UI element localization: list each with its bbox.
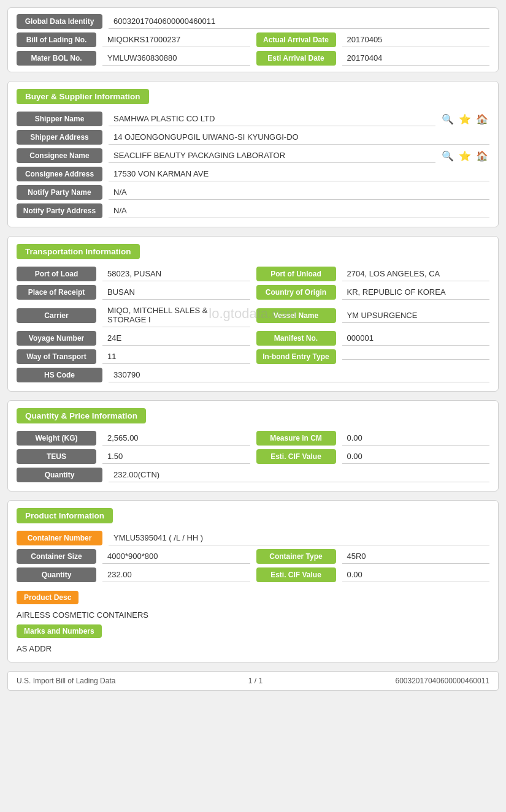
container-number-value: YMLU5395041 ( /L / HH ) <box>109 531 489 545</box>
way-transport-label: Way of Transport <box>17 349 96 364</box>
shipper-name-row: Shipper Name SAMHWA PLASTIC CO LTD 🔍 ⭐ 🏠 <box>17 112 489 126</box>
voyage-label: Voyage Number <box>17 331 96 346</box>
global-id-label: Global Data Identity <box>17 14 102 29</box>
way-transport-field: Way of Transport 11 <box>17 349 250 364</box>
shipper-star-icon[interactable]: ⭐ <box>458 112 472 126</box>
quantity-price-section: Quantity & Price Information Weight (KG)… <box>7 400 499 491</box>
container-number-row: Container Number YMLU5395041 ( /L / HH ) <box>17 531 489 545</box>
quantity-row: Quantity 232.00(CTN) <box>17 468 489 482</box>
product-desc-block: Product Desc AIRLESS COSMETIC CONTAINERS <box>17 586 489 620</box>
global-id-value: 60032017040600000460011 <box>109 14 489 29</box>
marks-numbers-label: Marks and Numbers <box>17 624 102 638</box>
product-desc-value: AIRLESS COSMETIC CONTAINERS <box>17 607 489 620</box>
measure-label: Measure in CM <box>256 431 336 446</box>
shipper-icons: 🔍 ⭐ 🏠 <box>440 112 489 126</box>
consignee-star-icon[interactable]: ⭐ <box>458 148 472 163</box>
hs-code-value: 330790 <box>109 368 489 382</box>
esti-cif-label: Esti. CIF Value <box>256 449 336 464</box>
esti-arrival-label: Esti Arrival Date <box>256 51 336 66</box>
shipper-name-value: SAMHWA PLASTIC CO LTD <box>109 112 435 126</box>
mater-bol-label: Mater BOL No. <box>17 51 96 66</box>
voyage-value: 24E <box>102 331 250 346</box>
hs-code-row: HS Code 330790 <box>17 368 489 382</box>
teus-value: 1.50 <box>102 449 250 464</box>
carrier-value: MIQO, MITCHELL SALES & STORAGE I <box>102 303 250 327</box>
hs-code-label: HS Code <box>17 368 102 382</box>
bol-field: Bill of Lading No. MIQOKRS17000237 <box>17 32 250 47</box>
country-origin-label: Country of Origin <box>256 285 336 300</box>
vessel-field: Vessel Name YM UPSURGENCE <box>256 303 490 327</box>
weight-field: Weight (KG) 2,565.00 <box>17 431 250 446</box>
consignee-icons: 🔍 ⭐ 🏠 <box>440 148 489 163</box>
notify-party-name-row: Notify Party Name N/A <box>17 185 489 200</box>
port-unload-label: Port of Unload <box>256 267 336 281</box>
shipper-address-label: Shipper Address <box>17 130 102 145</box>
buyer-supplier-section: Buyer & Supplier Information Shipper Nam… <box>7 81 499 227</box>
port-load-value: 58023, PUSAN <box>102 267 250 281</box>
shipper-address-value: 14 OJEONGONGUPGIL UIWANG-SI KYUNGGI-DO <box>109 130 489 145</box>
container-size-field: Container Size 4000*900*800 <box>17 549 250 564</box>
notify-party-address-value: N/A <box>109 203 489 218</box>
container-type-label: Container Type <box>256 549 336 564</box>
container-size-label: Container Size <box>17 549 96 564</box>
esti-arrival-value: 20170404 <box>342 51 490 66</box>
consignee-address-value: 17530 VON KARMAN AVE <box>109 167 489 181</box>
prod-quantity-value: 232.00 <box>102 567 250 582</box>
container-number-label: Container Number <box>17 531 102 545</box>
consignee-name-label: Consignee Name <box>17 148 102 163</box>
container-size-value: 4000*900*800 <box>102 549 250 564</box>
marks-numbers-value: AS ADDR <box>17 640 489 653</box>
place-receipt-label: Place of Receipt <box>17 285 96 300</box>
page-footer: U.S. Import Bill of Lading Data 1 / 1 60… <box>7 671 499 691</box>
country-origin-field: Country of Origin KR, REPUBLIC OF KOREA <box>256 285 490 300</box>
consignee-home-icon[interactable]: 🏠 <box>475 148 489 163</box>
prod-esti-cif-label: Esti. CIF Value <box>256 567 336 582</box>
notify-party-name-label: Notify Party Name <box>17 185 102 200</box>
shipper-address-row: Shipper Address 14 OJEONGONGUPGIL UIWANG… <box>17 130 489 145</box>
quantity-value: 232.00(CTN) <box>109 468 489 482</box>
inbond-value <box>342 354 490 360</box>
consignee-search-icon[interactable]: 🔍 <box>440 148 455 163</box>
shipper-name-label: Shipper Name <box>17 112 102 126</box>
identity-card: Global Data Identity 6003201704060000046… <box>7 7 499 72</box>
inbond-label: In-bond Entry Type <box>256 349 336 364</box>
voyage-field: Voyage Number 24E <box>17 331 250 346</box>
prod-esti-cif-value: 0.00 <box>342 567 490 582</box>
footer-left: U.S. Import Bill of Lading Data <box>17 677 115 685</box>
prod-quantity-esti-row: Quantity 232.00 Esti. CIF Value 0.00 <box>17 567 489 582</box>
quantity-price-label: Quantity & Price Information <box>17 408 146 423</box>
transportation-section: Transportation Information lo.gtodata.co… <box>7 236 499 392</box>
measure-field: Measure in CM 0.00 <box>256 431 490 446</box>
port-unload-value: 2704, LOS ANGELES, CA <box>342 267 490 281</box>
way-transport-value: 11 <box>102 349 250 364</box>
notify-party-address-row: Notify Party Address N/A <box>17 203 489 218</box>
receipt-origin-row: Place of Receipt BUSAN Country of Origin… <box>17 285 489 300</box>
country-origin-value: KR, REPUBLIC OF KOREA <box>342 285 490 300</box>
inbond-field: In-bond Entry Type <box>256 349 490 364</box>
carrier-field: Carrier MIQO, MITCHELL SALES & STORAGE I <box>17 303 250 327</box>
actual-arrival-value: 20170405 <box>342 32 490 47</box>
buyer-supplier-label: Buyer & Supplier Information <box>17 89 149 104</box>
transportation-label: Transportation Information <box>17 244 140 259</box>
teus-field: TEUS 1.50 <box>17 449 250 464</box>
container-type-value: 45R0 <box>342 549 490 564</box>
bol-value: MIQOKRS17000237 <box>102 32 250 47</box>
product-info-label: Product Information <box>17 508 113 523</box>
shipper-home-icon[interactable]: 🏠 <box>475 112 489 126</box>
bol-arrival-row: Bill of Lading No. MIQOKRS17000237 Actua… <box>17 32 489 47</box>
mater-bol-esti-row: Mater BOL No. YMLUW360830880 Esti Arriva… <box>17 51 489 66</box>
weight-label: Weight (KG) <box>17 431 96 446</box>
prod-quantity-label: Quantity <box>17 567 96 582</box>
product-info-section: Product Information Container Number YML… <box>7 500 499 662</box>
teus-label: TEUS <box>17 449 96 464</box>
actual-arrival-field: Actual Arrival Date 20170405 <box>256 32 490 47</box>
manifest-field: Manifest No. 000001 <box>256 331 490 346</box>
port-unload-field: Port of Unload 2704, LOS ANGELES, CA <box>256 267 490 281</box>
place-receipt-field: Place of Receipt BUSAN <box>17 285 250 300</box>
port-load-label: Port of Load <box>17 267 96 281</box>
shipper-search-icon[interactable]: 🔍 <box>440 112 455 126</box>
notify-party-name-value: N/A <box>109 185 489 200</box>
port-row: Port of Load 58023, PUSAN Port of Unload… <box>17 267 489 281</box>
way-inbond-row: Way of Transport 11 In-bond Entry Type <box>17 349 489 364</box>
container-type-field: Container Type 45R0 <box>256 549 490 564</box>
